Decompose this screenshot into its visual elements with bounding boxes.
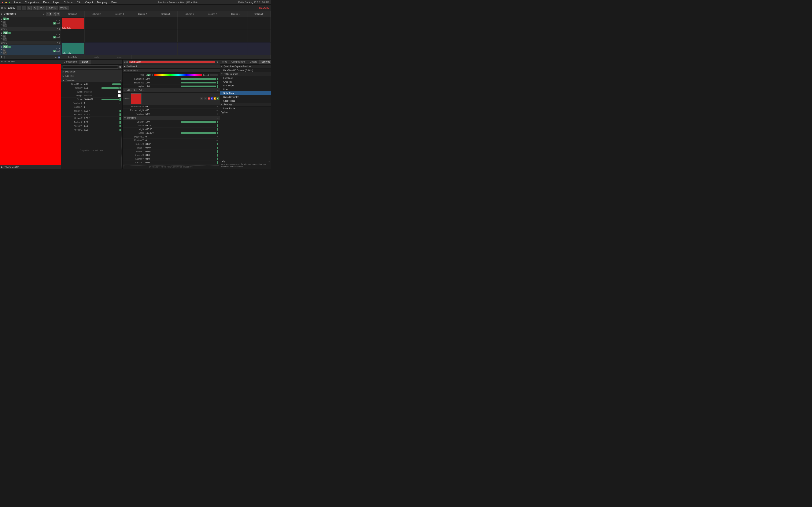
gradients-item[interactable]: Gradients <box>220 80 271 83</box>
layer1-lia-btn[interactable]: LIA <box>3 52 7 55</box>
layer3-add-btn[interactable]: B <box>3 17 7 20</box>
layer-router-item[interactable]: Layer Router <box>220 107 271 110</box>
anc-z-value[interactable]: 0.00 <box>84 129 119 131</box>
composition-next[interactable]: ▶▶ <box>56 12 60 16</box>
col-header-2[interactable]: Column 2 <box>85 11 108 17</box>
layer1-lit-btn[interactable]: Lit <box>3 49 6 52</box>
menu-view[interactable]: View <box>110 0 117 4</box>
layer3-lit-btn[interactable]: Lit <box>3 21 6 24</box>
effects-drop-zone[interactable]: Drop effect or mask here. <box>62 133 121 168</box>
anc-x-value[interactable]: 0.00 <box>84 121 119 123</box>
stroboscope-item[interactable]: Stroboscope <box>220 99 271 103</box>
clip-cell-3-1[interactable]: Solid Color <box>61 17 85 30</box>
clip-pos-x-value[interactable]: 0 <box>146 135 216 138</box>
height-checkbox[interactable] <box>118 94 121 97</box>
pause-button[interactable]: PAUSE <box>59 6 69 10</box>
width-checkbox[interactable] <box>118 91 121 93</box>
feedback-item[interactable]: Feedback <box>220 76 271 80</box>
bpm-half[interactable]: /2 <box>27 6 32 10</box>
anc-y-value[interactable]: 0.00 <box>84 125 119 127</box>
source-expand-btn[interactable]: ⤢ <box>200 97 203 100</box>
resync-button[interactable]: RESYNC <box>46 6 58 10</box>
height-value[interactable]: Disabled <box>84 95 118 97</box>
clip-settings-btn[interactable]: ⚙ <box>216 61 218 63</box>
saturation-bar[interactable] <box>181 78 216 80</box>
duration-value[interactable]: 5000 <box>146 113 215 115</box>
col-header-3[interactable]: Column 3 <box>108 11 131 17</box>
rot-z-value[interactable]: 0.00 ° <box>84 117 119 120</box>
layer-settings-btn[interactable]: ⚙ <box>119 66 121 68</box>
bpm-plus[interactable]: + <box>22 6 26 10</box>
clip-params-header[interactable]: ▼ Parameters <box>123 69 220 73</box>
clip-cell-3-9[interactable] <box>247 17 271 30</box>
clip-cell-3-8[interactable] <box>224 17 247 30</box>
layer2-lit-btn[interactable]: Lit <box>3 35 6 38</box>
alpha-value[interactable]: 1.00 <box>146 85 181 88</box>
hue-play-btn[interactable]: ▶ <box>147 74 150 76</box>
layer2-add-btn[interactable]: Add <box>3 32 8 34</box>
blend-mode-value[interactable]: Add <box>84 83 112 86</box>
brightness-bar[interactable] <box>181 82 216 83</box>
clip-pos-y-plus[interactable]: + <box>217 139 218 142</box>
tab-effects[interactable]: Effects <box>248 60 259 64</box>
col-header-7[interactable]: Column 7 <box>201 11 224 17</box>
bpm-value[interactable]: 120.00 <box>7 7 16 9</box>
clip-cell-2-5[interactable] <box>154 30 177 42</box>
clip-scale-bar[interactable] <box>181 132 216 134</box>
static-generator-item[interactable]: Static Generator <box>220 95 271 99</box>
facetime-item[interactable]: FaceTime HD Camera (Built-In) <box>220 68 271 72</box>
composition-stop[interactable]: ■ <box>53 12 56 16</box>
clip-cell-3-7[interactable] <box>201 17 224 30</box>
pos-y-value[interactable]: 0 <box>84 106 118 108</box>
clip-cell-3-3[interactable] <box>108 17 131 30</box>
col-header-8[interactable]: Column 8 <box>224 11 247 17</box>
dashboard-section-header[interactable]: ▶ Dashboard <box>61 70 122 74</box>
col-header-9[interactable]: Column 9 <box>247 11 271 17</box>
clip-transform-header[interactable]: ▼ Transform ≡ <box>123 116 220 120</box>
render-width-value[interactable]: 640 <box>146 105 215 108</box>
clip-cell-1-9[interactable] <box>247 43 271 55</box>
col-header-6[interactable]: Column 6 <box>177 11 201 17</box>
opacity-value[interactable]: 1.00 <box>84 87 101 89</box>
layer1-add-btn[interactable]: Add <box>3 45 8 48</box>
hue-r-btn[interactable]: R <box>150 74 152 76</box>
hue-prev-btn[interactable]: ◀ <box>146 74 147 76</box>
tab-files[interactable]: Files <box>220 60 229 64</box>
width-value[interactable]: Disabled <box>84 91 118 93</box>
menu-mapping[interactable]: Mapping <box>96 0 108 4</box>
pos-x-plus[interactable]: + <box>120 102 121 104</box>
transform-section-header[interactable]: ▼ Transform ≡ <box>61 78 122 82</box>
clip-cell-2-4[interactable] <box>131 30 154 42</box>
tab-compositions[interactable]: Compositions <box>229 60 248 64</box>
video-solid-color-header[interactable]: ▼ Video: Solid Color ≡ <box>123 88 220 92</box>
menu-column[interactable]: Column <box>63 0 73 4</box>
pos-y-plus[interactable]: + <box>120 106 121 108</box>
clip-pos-x-plus[interactable]: + <box>217 135 218 138</box>
clip-cell-1-7[interactable] <box>201 43 224 55</box>
clip-cell-1-3[interactable] <box>108 43 131 55</box>
clip-cell-3-5[interactable] <box>154 17 177 30</box>
line-scape-item[interactable]: Line Scape <box>220 83 271 88</box>
lines-item[interactable]: Lines <box>220 88 271 91</box>
clip-anc-z-value[interactable]: 0.00 <box>146 161 216 164</box>
alpha-bar[interactable] <box>181 86 216 87</box>
menu-arena[interactable]: Arena <box>13 0 21 4</box>
clip-cell-2-7[interactable] <box>201 30 224 42</box>
clip-cell-2-2[interactable] <box>85 30 108 42</box>
render-height-plus[interactable]: + <box>217 109 218 111</box>
rot-y-value[interactable]: 0.00 ° <box>84 113 119 116</box>
source-close-btn[interactable]: ✕ <box>204 97 207 100</box>
clip-cell-1-5[interactable] <box>154 43 177 55</box>
clip-cell-2-9[interactable] <box>247 30 271 42</box>
clip-cell-3-6[interactable] <box>177 17 201 30</box>
clip-drop-zone[interactable]: Drop audio, video, mask, source or effec… <box>123 165 219 168</box>
rot-x-value[interactable]: 0.00 ° <box>84 110 119 112</box>
help-resize-btn[interactable]: ↗ <box>268 160 270 162</box>
col-header-1[interactable]: Column 1 <box>61 11 85 17</box>
tab-composition[interactable]: Composition <box>61 60 80 64</box>
clip-width-value[interactable]: 640.00 <box>146 124 216 127</box>
clip-rot-x-value[interactable]: 0.00 ° <box>146 143 216 145</box>
bpm-double[interactable]: x2 <box>33 6 38 10</box>
clip-transform-collapse[interactable]: ≡ <box>217 117 218 119</box>
preview-monitor-title[interactable]: ▶ Preview Monitor <box>0 165 61 169</box>
